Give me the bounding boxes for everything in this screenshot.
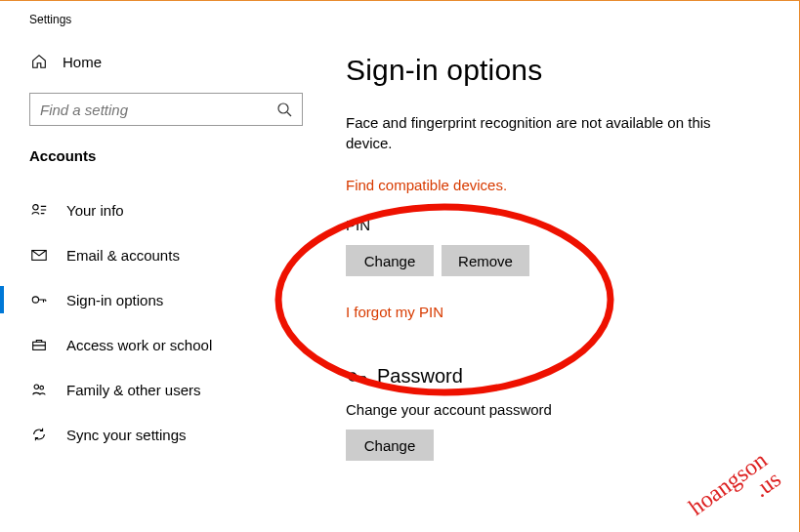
password-buttons: Change [346, 430, 770, 461]
nav-email[interactable]: Email & accounts [16, 232, 287, 277]
svg-point-1 [33, 205, 38, 210]
svg-point-5 [34, 385, 39, 389]
content-area: Home Accounts [0, 26, 799, 526]
nav-label: Sign-in options [66, 292, 163, 308]
people-icon [29, 380, 49, 399]
nav-work-school[interactable]: Access work or school [16, 322, 287, 367]
password-heading-row: Password [346, 365, 770, 388]
key-icon [346, 366, 367, 388]
pin-remove-button[interactable]: Remove [442, 245, 529, 276]
svg-point-7 [349, 373, 357, 381]
sync-icon [29, 425, 49, 444]
home-nav[interactable]: Home [16, 46, 287, 77]
nav-your-info[interactable]: Your info [16, 187, 287, 232]
pin-change-button[interactable]: Change [346, 245, 434, 276]
key-icon [29, 290, 49, 309]
search-box[interactable] [29, 93, 303, 126]
search-icon [276, 102, 292, 117]
nav-family[interactable]: Family & other users [16, 367, 287, 412]
password-heading: Password [377, 365, 463, 388]
find-devices-link[interactable]: Find compatible devices. [346, 177, 507, 193]
search-input[interactable] [40, 102, 276, 118]
home-label: Home [63, 54, 102, 70]
nav-label: Your info [66, 202, 124, 219]
svg-point-0 [278, 103, 288, 113]
password-desc: Change your account password [346, 401, 770, 418]
home-icon [29, 52, 49, 71]
sidebar: Home Accounts [0, 26, 303, 526]
nav-label: Family & other users [66, 382, 201, 398]
person-card-icon [29, 200, 49, 220]
settings-window: Settings Home Accounts [0, 0, 800, 532]
nav-label: Access work or school [66, 337, 212, 353]
section-accounts: Accounts [16, 126, 287, 178]
svg-point-6 [40, 386, 44, 389]
nav-list: Your info Email & accounts [16, 187, 287, 457]
nav-signin[interactable]: Sign-in options [16, 277, 287, 322]
window-title: Settings [0, 1, 799, 26]
mail-icon [29, 245, 49, 265]
briefcase-icon [29, 335, 49, 354]
main-panel: Sign-in options Face and fingerprint rec… [303, 26, 799, 526]
page-title: Sign-in options [346, 54, 770, 87]
nav-label: Email & accounts [66, 247, 180, 264]
pin-heading: PIN [346, 217, 770, 233]
password-change-button[interactable]: Change [346, 430, 434, 461]
nav-label: Sync your settings [66, 427, 187, 443]
forgot-pin-link[interactable]: I forgot my PIN [346, 304, 443, 320]
pin-buttons: Change Remove [346, 245, 770, 276]
nav-sync[interactable]: Sync your settings [16, 412, 287, 457]
hello-unavailable-text: Face and fingerprint recognition are not… [346, 112, 756, 153]
svg-point-3 [32, 297, 38, 303]
